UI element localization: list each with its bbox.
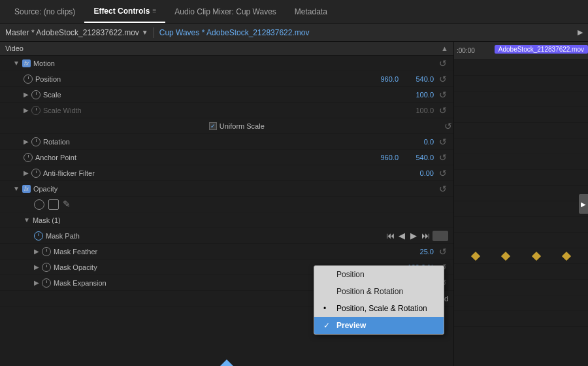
motion-fx-badge: fx	[22, 59, 31, 67]
timeline-mask-group-row	[454, 233, 588, 248]
motion-reset[interactable]: ↺	[438, 58, 448, 69]
timeline-mask-icons-row	[454, 217, 588, 233]
timeline-uniform-scale-row	[454, 139, 588, 154]
scale-width-expand[interactable]: ▶	[24, 107, 29, 114]
mask-feather-reset[interactable]: ↺	[438, 246, 448, 257]
dropdown-item-preview[interactable]: ✓ Preview	[314, 317, 444, 334]
anti-flicker-stopwatch[interactable]	[31, 169, 41, 178]
dropdown-item-position[interactable]: Position	[314, 266, 444, 283]
source-bar: Master * AdobeStock_212837622.mov ▼ Cup …	[0, 24, 588, 42]
mask-expansion-stopwatch[interactable]	[42, 278, 51, 288]
anchor-stopwatch[interactable]	[24, 153, 33, 162]
anchor-reset[interactable]: ↺	[438, 152, 448, 163]
mask-path-controls: ⏮ ◀ ▶ ⏭	[385, 231, 430, 241]
mask-icons-row: ✎	[0, 197, 453, 212]
rotation-expand[interactable]: ▶	[24, 138, 29, 145]
pen-mask-icon[interactable]: ✎	[63, 199, 73, 210]
dropdown-item-position-scale-rotation[interactable]: • Position, Scale & Rotation	[314, 300, 444, 317]
motion-group-header: ▼ fx Motion ↺	[0, 56, 453, 71]
uniform-scale-checkbox[interactable]: ✓	[209, 122, 217, 130]
timeline-anchor-row	[454, 170, 588, 186]
tab-effect-controls[interactable]: Effect Controls ≡	[84, 0, 165, 23]
timeline-scroll-right[interactable]: ▶	[579, 194, 588, 214]
tab-metadata[interactable]: Metadata	[286, 0, 336, 23]
timeline-clip-label: AdobeStock_212837622.mov	[495, 45, 588, 54]
timeline-position-row	[454, 92, 588, 107]
sequence-label: Cup Waves * AdobeStock_212837622.mov	[159, 28, 310, 37]
uniform-scale-row: ✓ Uniform Scale ↺	[0, 118, 453, 134]
scale-reset[interactable]: ↺	[438, 90, 448, 100]
timeline-opacity-row	[454, 201, 588, 217]
scale-stopwatch[interactable]	[31, 90, 41, 99]
timeline-time-start: :00:00	[457, 47, 475, 54]
rotation-stopwatch[interactable]	[31, 137, 41, 146]
timeline-mask-path-row	[454, 248, 588, 264]
position-y-value[interactable]: 540.0	[401, 75, 434, 83]
main-area: Video ▲ ▼ fx Motion ↺ Position 960.0 540…	[0, 42, 588, 366]
position-scale-rotation-check: •	[323, 304, 333, 313]
position-reset[interactable]: ↺	[438, 74, 448, 84]
ellipse-mask-icon[interactable]	[34, 199, 44, 210]
mask-feather-stopwatch[interactable]	[42, 247, 51, 256]
mask-path-prev[interactable]: ◀	[397, 231, 406, 241]
anchor-y-value[interactable]: 540.0	[401, 154, 434, 161]
tab-menu-icon[interactable]: ≡	[152, 7, 156, 14]
scale-width-reset[interactable]: ↺	[438, 105, 448, 116]
bottom-triangle-indicator	[220, 359, 233, 366]
video-section-header: Video ▲	[0, 42, 453, 56]
mask-opacity-stopwatch[interactable]	[42, 263, 51, 272]
opacity-reset[interactable]: ↺	[438, 184, 448, 194]
master-source-select[interactable]: Master * AdobeStock_212837622.mov ▼	[5, 28, 148, 37]
scale-row: ▶ Scale 100.0 ↺	[0, 87, 453, 103]
mask-feather-value[interactable]: 25.0	[401, 248, 434, 256]
mask-collapse-arrow[interactable]: ▼	[24, 216, 30, 224]
mask-group-header: ▼ Mask (1)	[0, 212, 453, 228]
scale-width-value: 100.0	[401, 107, 434, 114]
tab-audio-clip-mixer[interactable]: Audio Clip Mixer: Cup Waves	[165, 0, 286, 23]
opacity-collapse-arrow[interactable]: ▼	[13, 185, 20, 192]
mask-path-play[interactable]: ▶	[409, 231, 418, 241]
timeline-anti-flicker-row	[454, 186, 588, 201]
keyframe-diamond-3[interactable]	[532, 251, 541, 260]
dropdown-item-position-rotation[interactable]: Position & Rotation	[314, 283, 444, 300]
scale-width-stopwatch[interactable]	[31, 106, 41, 115]
mask-feather-row: ▶ Mask Feather 25.0 ↺	[0, 244, 453, 259]
master-source-chevron: ▼	[142, 29, 148, 36]
anti-flicker-reset[interactable]: ↺	[438, 168, 448, 178]
play-arrow-icon: ▶	[578, 28, 583, 37]
anchor-x-value[interactable]: 960.0	[366, 154, 399, 161]
mask-feather-expand[interactable]: ▶	[34, 248, 39, 255]
position-row: Position 960.0 540.0 ↺	[0, 71, 453, 87]
motion-collapse-arrow[interactable]: ▼	[13, 59, 20, 67]
timeline-header: :00:00 00:00:00:00 AdobeStock_212837622.…	[454, 42, 588, 60]
mask-path-keyframe-btn[interactable]	[433, 231, 448, 241]
scale-value[interactable]: 100.0	[401, 91, 434, 99]
mask-opacity-expand[interactable]: ▶	[34, 263, 39, 271]
keyframe-diamond-1[interactable]	[471, 251, 480, 260]
mask-path-prev-keyframe[interactable]: ⏮	[385, 231, 395, 241]
tab-source[interactable]: Source: (no clips)	[5, 0, 84, 23]
mask-path-stopwatch[interactable]	[34, 231, 43, 241]
position-x-value[interactable]: 960.0	[366, 75, 399, 83]
timeline-arrow: ▶	[578, 28, 583, 37]
rotation-value[interactable]: 0.0	[401, 138, 434, 146]
dropdown-menu: Position Position & Rotation • Position,…	[314, 265, 444, 335]
rect-mask-icon[interactable]	[48, 199, 59, 210]
video-section-collapse[interactable]: ▲	[441, 44, 448, 52]
mask-expansion-expand[interactable]: ▶	[34, 279, 39, 286]
position-stopwatch[interactable]	[24, 75, 33, 84]
opacity-fx-badge: fx	[22, 185, 31, 193]
preview-check: ✓	[323, 321, 333, 330]
timeline-mask-expansion-row	[454, 295, 588, 311]
uniform-scale-reset[interactable]: ↺	[444, 121, 453, 131]
anti-flicker-expand[interactable]: ▶	[24, 169, 29, 176]
opacity-group-header: ▼ fx Opacity ↺	[0, 181, 453, 197]
keyframe-diamond-2[interactable]	[501, 251, 510, 260]
rotation-reset[interactable]: ↺	[438, 137, 448, 147]
scale-expand[interactable]: ▶	[24, 91, 29, 98]
timeline-inverted-row	[454, 311, 588, 327]
keyframe-diamond-4[interactable]	[562, 251, 571, 260]
timeline-motion-row	[454, 76, 588, 92]
anti-flicker-value[interactable]: 0.00	[401, 169, 434, 177]
mask-path-next[interactable]: ⏭	[421, 231, 430, 241]
